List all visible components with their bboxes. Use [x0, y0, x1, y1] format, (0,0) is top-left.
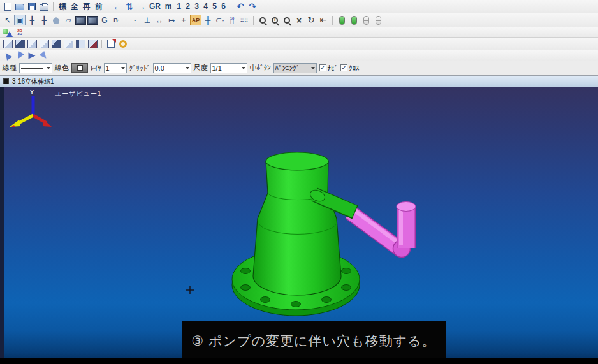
color-swatch — [77, 65, 83, 71]
snap-free-button[interactable]: · — [129, 15, 141, 25]
view-iso-3-button[interactable] — [26, 38, 38, 49]
layer-state-4-button[interactable] — [372, 15, 384, 25]
snap-division-button[interactable]: 10┼┼ — [226, 15, 238, 25]
snap-ten-icon: 10┼┼ — [230, 17, 235, 24]
undo-button[interactable]: ↶ — [235, 1, 246, 12]
dimension-toggle-button[interactable]: 2D3D — [14, 27, 26, 38]
image2-tool-button[interactable] — [87, 15, 98, 25]
separator — [108, 2, 108, 11]
line-color-button[interactable] — [71, 63, 88, 73]
toolbar-file: 標 全 再 前 ← ⇅ → GR m 1 2 3 4 5 6 ↶ ↷ — [0, 0, 598, 13]
pipe-assembly[interactable] — [350, 202, 416, 258]
polygon-tool-button[interactable] — [50, 15, 62, 25]
cube-book-icon — [76, 40, 85, 48]
rotate-down-button[interactable] — [38, 50, 50, 61]
document-title: 3-16立体伸縮1 — [12, 77, 54, 86]
view-refresh-button[interactable]: ↻ — [305, 15, 317, 25]
rotate-right-button[interactable] — [14, 50, 26, 61]
layer-state-2-button[interactable] — [348, 15, 360, 25]
snap-arc-button[interactable]: ⊂· — [214, 15, 226, 25]
snap-online-button[interactable]: ⊥ — [142, 15, 153, 25]
view-iso-5-button[interactable] — [50, 38, 62, 49]
view-2-button[interactable]: 2 — [184, 1, 192, 12]
zoom-fit-button[interactable]: × — [293, 15, 305, 25]
fit-all-button[interactable]: 全 — [69, 1, 80, 12]
zoom-window-button[interactable] — [257, 15, 268, 25]
pump-model[interactable] — [232, 152, 416, 316]
snap-intersection-button[interactable]: + — [178, 15, 189, 25]
view-iso-2-button[interactable] — [14, 38, 26, 49]
view-iso-4-button[interactable] — [38, 38, 50, 49]
sphere-cone-icon — [3, 28, 13, 37]
group-button[interactable]: GR — [148, 1, 162, 12]
layer-state-1-button[interactable] — [336, 15, 347, 25]
chevron-down-icon — [242, 67, 245, 69]
move-tool-button[interactable]: ╋ — [26, 15, 38, 25]
zoom-fit-icon: × — [296, 15, 302, 25]
save-button[interactable] — [26, 1, 38, 12]
snap-grid-button[interactable]: ⠿⠿ — [238, 15, 250, 25]
view-back-button[interactable]: ⇤ — [317, 15, 329, 25]
navi-checkbox[interactable]: ✓ﾅﾋﾞ — [319, 64, 339, 72]
bottom-black-strip — [0, 358, 598, 364]
cross-move-icon: ╋ — [29, 16, 34, 25]
view-3-button[interactable]: 3 — [193, 1, 201, 12]
capsule-on-icon — [351, 16, 357, 25]
viewport-3d[interactable]: ユーザビュー1 Y — [0, 87, 598, 364]
rotate-left-button[interactable] — [2, 50, 13, 61]
previous-view-button[interactable]: 前 — [93, 1, 105, 12]
snap-arc-icon: ⊂· — [215, 16, 224, 25]
page-flag-icon — [107, 40, 115, 48]
image-tool-button[interactable] — [75, 15, 86, 25]
document-title-bar[interactable]: 3-16立体伸縮1 — [0, 76, 598, 87]
view-1-button[interactable]: 1 — [175, 1, 183, 12]
separator — [231, 2, 231, 11]
view-iso-6-button[interactable] — [62, 38, 74, 49]
pan-right-button[interactable]: → — [136, 1, 147, 12]
zoom-icon — [259, 17, 266, 24]
line-type-select[interactable] — [19, 63, 52, 73]
rotate-up-button[interactable] — [26, 50, 38, 61]
shape-tool-button[interactable]: ▱ — [62, 15, 74, 25]
zoom-out-button[interactable]: − — [281, 15, 293, 25]
cad-application: 標 全 再 前 ← ⇅ → GR m 1 2 3 4 5 6 ↶ ↷ ↖ ▣ ╋… — [0, 0, 598, 364]
print-button[interactable] — [38, 1, 50, 12]
group-edit-button[interactable]: G — [99, 15, 110, 25]
pan-left-button[interactable]: ← — [112, 1, 123, 12]
capsule-on-icon — [339, 16, 345, 25]
zoom-in-icon: + — [272, 17, 278, 24]
scale-select[interactable]: 1/1 — [210, 63, 247, 73]
view-6-button[interactable]: 6 — [219, 1, 228, 12]
render-button[interactable] — [87, 38, 98, 49]
layer-select[interactable]: 1 — [104, 63, 127, 73]
new-file-button[interactable] — [2, 1, 13, 12]
snap-midpoint-button[interactable]: ↦ — [166, 15, 177, 25]
snap-endpoint-button[interactable]: ↔ — [154, 15, 165, 25]
memory-button[interactable]: m — [163, 1, 174, 12]
copy-tool-button[interactable]: ╋ — [38, 15, 50, 25]
snap-ap-button[interactable]: AP — [190, 15, 201, 25]
middle-button-select[interactable]: ﾊﾟﾝﾆﾝｸﾞ — [273, 63, 317, 73]
view-5-button[interactable]: 5 — [210, 1, 219, 12]
snap-parallel-button[interactable]: ╫ — [202, 15, 214, 25]
layer-state-3-button[interactable] — [360, 15, 372, 25]
view-4-button[interactable]: 4 — [201, 1, 210, 12]
block-edit-button[interactable]: B· — [111, 15, 122, 25]
view-book-button[interactable] — [75, 38, 86, 49]
ring-tool-button[interactable] — [117, 38, 129, 49]
grid-label: ｸﾞﾘｯﾄﾞ — [129, 64, 150, 72]
redraw-button[interactable]: 再 — [81, 1, 92, 12]
orange-ring-icon — [119, 40, 127, 48]
select-box-tool-button[interactable]: ▣ — [14, 15, 26, 25]
pan-vertical-button[interactable]: ⇅ — [124, 1, 135, 12]
open-file-button[interactable] — [14, 1, 26, 12]
grid-select[interactable]: 0.0 — [153, 63, 191, 73]
pointer-tool-button[interactable]: ↖ — [2, 15, 13, 25]
solid-mode-button[interactable] — [2, 27, 13, 38]
page-setting-button[interactable] — [105, 38, 117, 49]
redo-button[interactable]: ↷ — [247, 1, 258, 12]
cross-checkbox[interactable]: ✓ｸﾛｽ — [340, 64, 360, 72]
zoom-in-button[interactable]: + — [269, 15, 281, 25]
standard-view-button[interactable]: 標 — [57, 1, 68, 12]
view-iso-1-button[interactable] — [2, 38, 13, 49]
